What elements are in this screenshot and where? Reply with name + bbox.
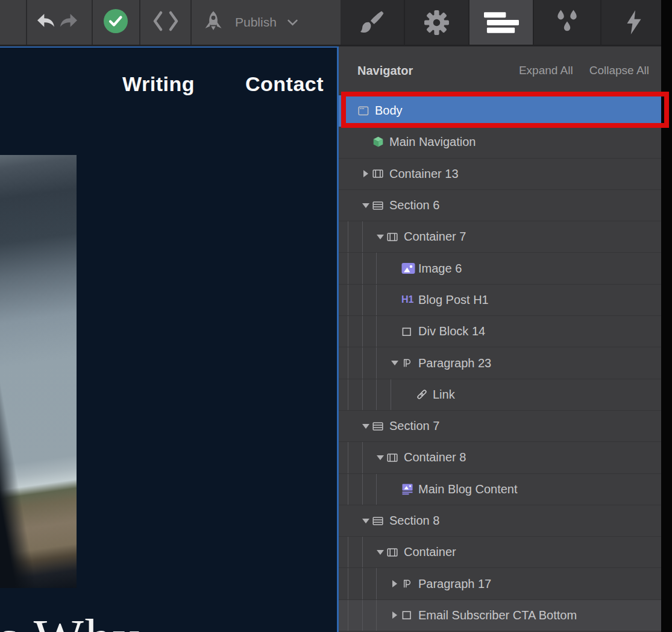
collapse-toggle-icon[interactable] <box>359 420 372 433</box>
toolbar-divider <box>139 0 140 45</box>
collapse-toggle-icon[interactable] <box>374 230 387 244</box>
expand-all-button[interactable]: Expand All <box>519 64 573 77</box>
paragraph-icon <box>401 578 416 589</box>
caret-placeholder <box>345 104 358 118</box>
redo-button[interactable] <box>58 0 80 45</box>
image-icon <box>401 262 416 275</box>
expand-toggle-icon[interactable] <box>359 167 372 180</box>
indent-guide <box>362 474 363 505</box>
drops-icon <box>554 9 580 36</box>
collapse-all-button[interactable]: Collapse All <box>589 64 649 77</box>
indent-guide <box>362 600 363 631</box>
indent-guide <box>348 221 348 252</box>
navigator-panel: Navigator Expand All Collapse All BodyMa… <box>339 46 661 632</box>
tree-row-label: Main Blog Content <box>418 482 518 496</box>
indent-guide <box>348 316 348 347</box>
tree-row-container-7[interactable]: Container 7 <box>339 221 661 253</box>
expand-toggle-icon[interactable] <box>388 577 401 590</box>
indent-guide <box>376 474 377 505</box>
collapse-toggle-icon[interactable] <box>374 546 387 559</box>
indent-guide <box>376 285 377 315</box>
tree-row-section-6[interactable]: Section 6 <box>339 190 661 221</box>
indent-guide <box>376 568 377 599</box>
caret-placeholder <box>388 293 401 306</box>
tree-row-label: Container 8 <box>404 450 466 464</box>
window-edge <box>661 0 672 632</box>
tree-row-container-13[interactable]: Container 13 <box>339 159 661 190</box>
design-canvas[interactable]: Writing Contact s Why <box>0 46 339 632</box>
top-toolbar: Publish <box>0 0 672 45</box>
tab-interactions[interactable] <box>600 0 666 45</box>
indent-guide <box>348 253 348 283</box>
section-icon <box>372 200 387 211</box>
body-icon <box>358 106 372 116</box>
collapse-toggle-icon[interactable] <box>374 451 387 464</box>
indent-guide <box>348 347 348 378</box>
tab-style[interactable] <box>341 0 404 45</box>
export-code-button[interactable] <box>152 0 180 45</box>
richtext-icon <box>401 483 416 496</box>
collapse-toggle-icon[interactable] <box>359 199 372 212</box>
indent-guide <box>376 379 377 410</box>
container-icon <box>387 452 401 463</box>
expand-toggle-icon[interactable] <box>388 608 401 622</box>
indent-guide <box>362 221 363 252</box>
indent-guide <box>362 285 363 315</box>
code-icon <box>152 10 179 35</box>
tree-row-image-6[interactable]: Image 6 <box>339 253 661 284</box>
indent-guide <box>348 568 348 599</box>
canvas-nav-link-writing[interactable]: Writing <box>122 72 195 96</box>
tree-row-paragraph-23[interactable]: Paragraph 23 <box>339 347 661 379</box>
indent-guide <box>348 537 348 567</box>
container-icon <box>387 232 401 242</box>
tab-style-manager[interactable] <box>533 0 600 45</box>
gear-icon <box>423 9 450 36</box>
tree-row-container[interactable]: Container <box>339 537 661 568</box>
publish-label: Publish <box>235 15 277 30</box>
panel-tabstrip <box>341 0 661 45</box>
tree-row-label: Section 7 <box>389 419 439 433</box>
paintbrush-icon <box>359 9 386 36</box>
h1-icon: H1 <box>401 294 416 305</box>
tree-row-label: Container <box>404 545 456 559</box>
tree-row-label: Email Subscriber CTA Bottom <box>418 608 577 622</box>
navigator-title: Navigator <box>357 64 413 78</box>
tree-row-section-7[interactable]: Section 7 <box>339 411 661 442</box>
indent-guide <box>362 568 363 599</box>
collapse-toggle-icon[interactable] <box>359 514 372 528</box>
tree-row-div-block-14[interactable]: Div Block 14 <box>339 316 661 347</box>
tree-row-main-blog-content[interactable]: Main Blog Content <box>339 474 661 505</box>
tree-row-main-navigation[interactable]: Main Navigation <box>339 127 661 158</box>
indent-guide <box>391 379 391 410</box>
caret-placeholder <box>388 482 401 496</box>
tree-row-blog-post-h1[interactable]: H1Blog Post H1 <box>339 285 661 316</box>
canvas-heading-fragment: s Why <box>0 608 140 632</box>
webflow-designer: Publish Writing Contact s Why Navigator … <box>0 0 672 632</box>
indent-guide <box>362 316 363 347</box>
tree-row-paragraph-17[interactable]: Paragraph 17 <box>339 568 661 599</box>
tree-row-link[interactable]: Link <box>339 379 661 411</box>
collapse-toggle-icon[interactable] <box>388 356 401 370</box>
tree-row-label: Paragraph 23 <box>418 356 491 370</box>
indent-guide <box>376 600 377 631</box>
saved-status-button[interactable] <box>102 0 129 45</box>
tab-settings[interactable] <box>404 0 468 45</box>
indent-guide <box>362 379 363 410</box>
tree-row-label: Paragraph 17 <box>418 577 491 591</box>
indent-guide <box>348 442 348 473</box>
tree-row-section-8[interactable]: Section 8 <box>339 505 661 537</box>
undo-button[interactable] <box>35 0 57 45</box>
navigator-header: Navigator Expand All Collapse All <box>339 46 661 95</box>
publish-button[interactable]: Publish <box>201 0 304 45</box>
caret-placeholder <box>359 136 372 149</box>
div-icon <box>401 610 416 621</box>
rocket-icon <box>201 10 225 35</box>
tree-row-body[interactable]: Body <box>339 95 661 127</box>
canvas-hero-image[interactable] <box>0 155 77 588</box>
component-icon <box>372 136 387 148</box>
canvas-nav-link-contact[interactable]: Contact <box>245 72 324 96</box>
caret-placeholder <box>388 325 401 338</box>
tab-navigator[interactable] <box>468 0 533 45</box>
tree-row-container-8[interactable]: Container 8 <box>339 442 661 473</box>
tree-row-email-subscriber-cta-bottom[interactable]: Email Subscriber CTA Bottom <box>339 600 661 631</box>
